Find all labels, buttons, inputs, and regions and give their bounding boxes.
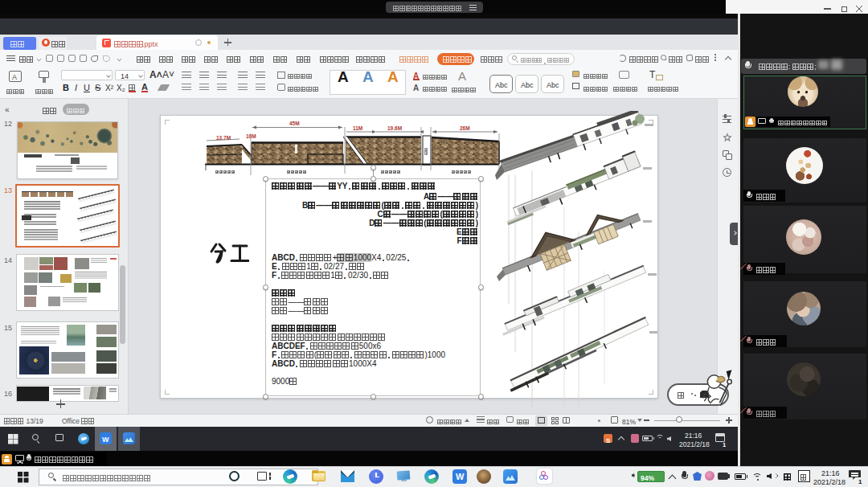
svg-text:19.6M: 19.6M [387, 125, 402, 131]
svg-text:13.7M: 13.7M [216, 135, 231, 141]
svg-text:11M: 11M [353, 125, 362, 131]
svg-text:26M: 26M [460, 125, 470, 131]
svg-text:10M: 10M [246, 133, 256, 139]
svg-text:45M: 45M [289, 121, 300, 126]
